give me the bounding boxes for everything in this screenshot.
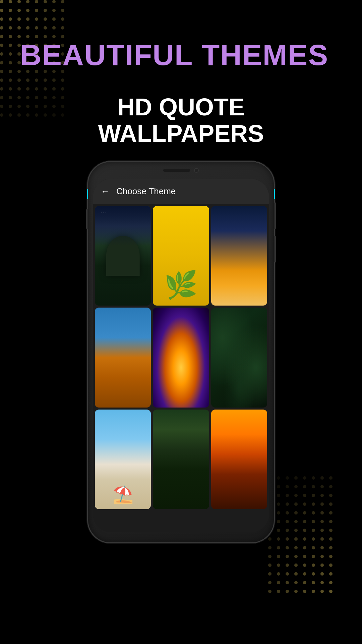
dot xyxy=(277,494,280,497)
phone-notch xyxy=(163,168,199,173)
theme-card[interactable] xyxy=(153,308,209,407)
dot xyxy=(268,555,272,558)
back-button[interactable]: ← xyxy=(101,186,110,197)
dot xyxy=(277,485,280,488)
dot xyxy=(320,529,324,532)
dot xyxy=(329,520,333,523)
dot xyxy=(26,78,29,82)
dot xyxy=(52,0,56,3)
dot xyxy=(312,572,315,576)
dot xyxy=(312,502,315,506)
theme-card[interactable] xyxy=(211,410,267,509)
dot xyxy=(9,78,12,82)
dot xyxy=(17,17,21,21)
dot xyxy=(320,590,324,593)
dot xyxy=(320,511,324,515)
dot xyxy=(277,590,280,593)
dot xyxy=(312,546,315,549)
dot xyxy=(329,502,333,506)
dot xyxy=(0,9,3,12)
dot xyxy=(52,26,56,30)
dot xyxy=(294,520,298,523)
dot xyxy=(320,537,324,541)
dot xyxy=(268,572,272,576)
dot xyxy=(277,537,280,541)
dot xyxy=(44,78,47,82)
dot xyxy=(35,0,38,3)
dot xyxy=(303,572,306,576)
dot xyxy=(9,9,12,12)
dot xyxy=(303,494,306,497)
screen-title: Choose Theme xyxy=(116,186,176,197)
dot xyxy=(303,520,306,523)
dot xyxy=(9,52,12,56)
theme-card[interactable] xyxy=(211,206,267,306)
dot xyxy=(277,520,280,523)
dot xyxy=(303,511,306,515)
dot xyxy=(9,61,12,64)
dot xyxy=(312,590,315,593)
dot xyxy=(286,546,289,549)
dot xyxy=(329,590,333,593)
theme-card[interactable] xyxy=(95,410,151,509)
dot xyxy=(0,105,3,108)
dot xyxy=(17,26,21,30)
theme-card[interactable]: ✦ ✦ ✦ xyxy=(95,206,151,306)
theme-card[interactable] xyxy=(95,308,151,407)
dot xyxy=(9,17,12,21)
theme-grid: ✦ ✦ ✦ xyxy=(93,204,269,511)
dot xyxy=(303,546,306,549)
dot xyxy=(294,485,298,488)
accent-left xyxy=(87,189,88,199)
dot xyxy=(303,529,306,532)
dot xyxy=(44,17,47,21)
theme-card[interactable] xyxy=(153,410,209,509)
dot xyxy=(320,520,324,523)
dot xyxy=(0,52,3,56)
theme-card[interactable] xyxy=(153,206,209,306)
dot xyxy=(303,502,306,506)
dot xyxy=(312,520,315,523)
dot xyxy=(26,26,29,30)
dot xyxy=(35,9,38,12)
dot xyxy=(312,529,315,532)
dot xyxy=(312,511,315,515)
dot xyxy=(294,590,298,593)
dot xyxy=(9,44,12,47)
dot xyxy=(312,581,315,584)
dot xyxy=(0,17,3,21)
dot xyxy=(329,485,333,488)
dot xyxy=(320,494,324,497)
dot xyxy=(320,485,324,488)
dot xyxy=(61,26,64,30)
theme-card[interactable] xyxy=(211,308,267,407)
dot xyxy=(0,0,3,3)
dot xyxy=(277,564,280,567)
dot xyxy=(35,17,38,21)
dot xyxy=(0,35,3,38)
dot xyxy=(35,87,38,91)
dot xyxy=(329,555,333,558)
dot xyxy=(26,87,29,91)
dot xyxy=(320,581,324,584)
dot xyxy=(286,537,289,541)
dot xyxy=(286,502,289,506)
dot xyxy=(35,26,38,30)
dot xyxy=(52,9,56,12)
dot xyxy=(17,87,21,91)
dot xyxy=(294,581,298,584)
dot xyxy=(268,546,272,549)
dot xyxy=(277,581,280,584)
dot xyxy=(52,78,56,82)
dot xyxy=(277,502,280,506)
dot xyxy=(0,44,3,47)
dot xyxy=(312,476,315,480)
dot xyxy=(286,555,289,558)
dot xyxy=(277,572,280,576)
phone-screen: ← Choose Theme ✦ ✦ ✦ xyxy=(93,179,269,532)
dot xyxy=(303,581,306,584)
dot xyxy=(320,555,324,558)
dot xyxy=(9,87,12,91)
dot xyxy=(9,70,12,73)
dot xyxy=(277,546,280,549)
